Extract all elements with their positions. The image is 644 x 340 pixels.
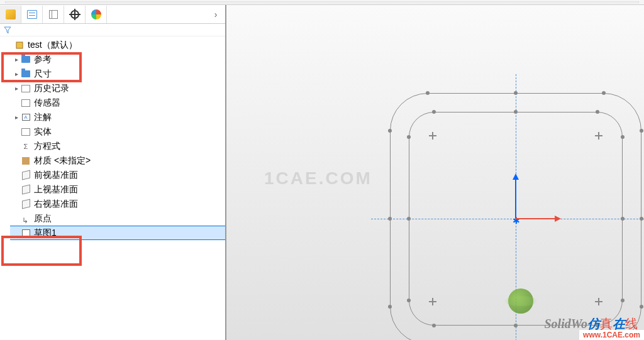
sketch-node[interactable] <box>432 324 436 327</box>
sketch-icon <box>20 228 31 238</box>
tree-item-top-plane[interactable]: ▸ 上视基准面 <box>10 182 225 197</box>
tree-item-label: 上视基准面 <box>34 184 78 195</box>
tree-item-label: 前视基准面 <box>34 170 78 181</box>
arc-center-marker[interactable] <box>429 298 436 305</box>
feature-tree: ▸ test（默认） ▸ 参考 ▸ 尺寸 ▸ 历 <box>0 36 225 241</box>
tab-property-manager[interactable] <box>21 6 43 23</box>
sketch-node[interactable] <box>640 305 643 309</box>
tab-display-manager[interactable] <box>86 6 107 23</box>
tree-item-material[interactable]: ▸ 材质 <未指定> <box>10 153 225 168</box>
origin-icon <box>20 214 31 224</box>
watermark-text: 在 <box>613 317 625 331</box>
feature-tree-icon <box>6 9 16 19</box>
tree-item-label: 实体 <box>34 126 52 138</box>
tree-item-sketch1[interactable]: ▸ 草图1 <box>10 226 225 240</box>
annotation-icon: A <box>20 112 31 123</box>
sketch-node[interactable] <box>388 129 392 133</box>
sketch-node[interactable] <box>407 217 411 221</box>
tree-root-label: test（默认） <box>28 40 77 51</box>
tree-item-label: 传感器 <box>34 97 60 109</box>
graphics-viewport[interactable]: 1CAE.COM ✱ <box>226 5 644 340</box>
tree-item-label: 方程式 <box>34 141 60 152</box>
sketch-node[interactable] <box>514 110 518 114</box>
tree-item-equations[interactable]: ▸ Σ 方程式 <box>10 139 225 153</box>
filter-icon <box>4 26 11 34</box>
sketch-node[interactable] <box>407 135 411 139</box>
tree-root-part[interactable]: ▸ test（默认） <box>4 38 225 52</box>
sketch-node[interactable] <box>407 299 411 302</box>
sketch-node[interactable] <box>621 299 625 302</box>
sketch-node[interactable] <box>621 135 625 139</box>
tree-filter-row[interactable] <box>0 24 225 36</box>
watermark-text: 仿 <box>587 317 600 331</box>
part-icon <box>14 40 25 50</box>
sketch-node[interactable] <box>602 91 606 95</box>
tree-item-label: 右视基准面 <box>34 199 78 210</box>
sketch-node[interactable] <box>514 91 518 95</box>
expand-arrow-icon[interactable]: ▸ <box>13 70 20 77</box>
history-icon <box>20 84 31 94</box>
panel-expand-button[interactable]: › <box>206 9 225 19</box>
tab-dimxpert[interactable] <box>64 6 86 23</box>
tree-item-label: 材质 <未指定> <box>34 155 91 167</box>
sketch-node[interactable] <box>388 305 392 309</box>
tree-item-solid-bodies[interactable]: ▸ 实体 <box>10 124 225 139</box>
watermark-text: 真 <box>600 317 613 331</box>
tree-item-reference[interactable]: ▸ 参考 <box>10 52 225 67</box>
tree-item-label: 历史记录 <box>34 83 69 94</box>
feature-manager-panel: › ▸ test（默认） ▸ 参考 ▸ 尺 <box>0 5 226 340</box>
tree-item-front-plane[interactable]: ▸ 前视基准面 <box>10 168 225 182</box>
sketch-node[interactable] <box>426 91 430 95</box>
expand-arrow-icon[interactable]: ▸ <box>13 56 20 63</box>
sketch-node[interactable] <box>432 110 436 114</box>
tree-item-label: 尺寸 <box>34 69 52 80</box>
y-axis-arrow <box>513 175 518 219</box>
sensor-icon <box>20 98 31 108</box>
watermark-logo-icon <box>508 288 533 314</box>
solid-icon <box>20 127 31 137</box>
tree-item-label: 原点 <box>34 213 52 224</box>
arc-center-marker[interactable] <box>595 132 602 140</box>
tree-item-history[interactable]: ▸ 历史记录 <box>10 81 225 96</box>
plane-icon <box>20 170 31 180</box>
arc-center-marker[interactable] <box>595 298 602 305</box>
watermark-center: 1CAE.COM <box>264 168 372 189</box>
watermark-text: SolidWo <box>544 317 587 331</box>
arc-center-marker[interactable] <box>429 132 436 140</box>
property-icon <box>27 10 37 19</box>
folder-icon <box>20 69 31 79</box>
sketch-node[interactable] <box>514 324 518 327</box>
tree-item-label: 注解 <box>34 112 52 123</box>
material-icon <box>20 156 31 166</box>
tree-item-sensors[interactable]: ▸ 传感器 <box>10 96 225 110</box>
sketch-node[interactable] <box>621 217 625 221</box>
config-icon <box>49 10 58 19</box>
tree-item-origin[interactable]: ▸ 原点 <box>10 211 225 226</box>
tab-configuration-manager[interactable] <box>43 6 64 23</box>
panel-tab-bar: › <box>0 5 225 24</box>
tree-item-label: 草图1 <box>34 228 57 239</box>
tree-item-annotations[interactable]: ▸ A 注解 <box>10 110 225 124</box>
equation-icon: Σ <box>20 141 31 151</box>
folder-icon <box>20 55 31 65</box>
appearance-icon <box>91 9 101 19</box>
tree-item-right-plane[interactable]: ▸ 右视基准面 <box>10 197 225 211</box>
plane-icon <box>20 185 31 195</box>
tab-feature-manager[interactable] <box>0 6 21 23</box>
sketch-node[interactable] <box>640 217 643 221</box>
plane-icon <box>20 199 31 209</box>
watermark-text: 线 <box>625 317 638 331</box>
expand-arrow-icon[interactable]: ▸ <box>13 114 20 121</box>
sketch-node[interactable] <box>596 110 599 114</box>
sketch-node[interactable] <box>640 129 643 133</box>
watermark-url: www.1CAE.com <box>579 330 644 340</box>
target-icon <box>70 10 79 19</box>
top-ruler-area <box>0 0 644 5</box>
tree-item-dimensions[interactable]: ▸ 尺寸 <box>10 67 225 81</box>
svg-rect-0 <box>16 42 23 48</box>
expand-arrow-icon[interactable]: ▸ <box>13 85 20 92</box>
tree-item-label: 参考 <box>34 54 52 65</box>
sketch-node[interactable] <box>388 217 392 221</box>
main-container: › ▸ test（默认） ▸ 参考 ▸ 尺 <box>0 0 644 340</box>
x-axis-arrow <box>516 216 560 221</box>
